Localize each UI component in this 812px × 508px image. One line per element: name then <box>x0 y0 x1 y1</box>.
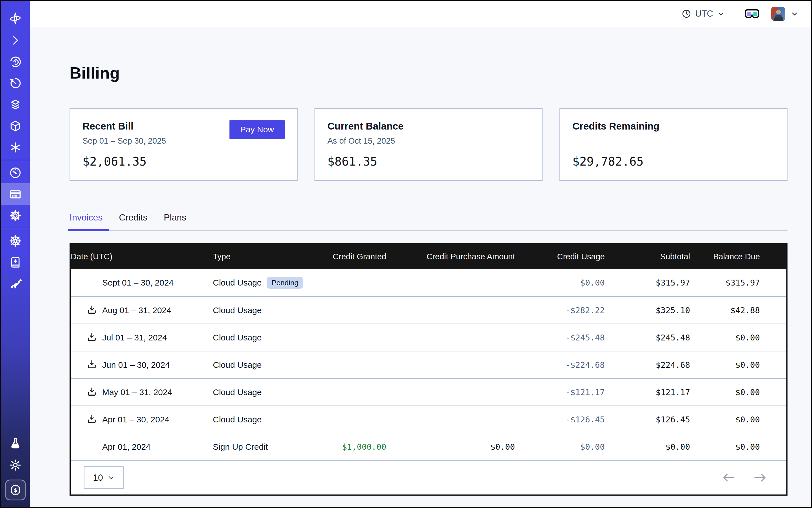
balance-due-value: $0.00 <box>690 360 760 370</box>
flask-icon[interactable] <box>1 433 30 454</box>
credit-usage-value: $0.00 <box>515 442 605 452</box>
invoice-date: Apr 01, 2024 <box>102 442 151 452</box>
card-amount: $29,782.65 <box>572 155 775 168</box>
type-cell: Cloud Usage <box>213 387 313 397</box>
chevron-down-icon[interactable] <box>790 9 799 18</box>
date-cell: Sept 01 – 30, 2024 <box>71 277 213 288</box>
sidebar-bottom-group: $ <box>1 433 30 507</box>
sidebar: $ <box>1 1 30 507</box>
gear-icon[interactable] <box>1 205 30 226</box>
spiral-eye-icon[interactable] <box>1 51 30 72</box>
subtotal-value: $245.48 <box>605 333 690 342</box>
invoice-type: Cloud Usage <box>213 415 262 424</box>
ship-wheel-icon[interactable] <box>1 230 30 251</box>
recent-bill-card: Recent Bill Sep 01 – Sep 30, 2025 $2,061… <box>70 108 298 181</box>
card-title: Current Balance <box>328 121 529 132</box>
invoice-type: Cloud Usage <box>213 360 262 370</box>
balance-due-value: $0.00 <box>690 442 760 452</box>
invoice-type: Cloud Usage <box>213 333 262 342</box>
credit-usage-value: -$224.68 <box>515 360 605 370</box>
table-row: Sept 01 – 30, 2024 Cloud Usage Pending $… <box>71 269 786 296</box>
chevron-right-icon[interactable] <box>1 30 30 51</box>
avatar[interactable] <box>771 7 785 21</box>
invoice-type: Cloud Usage <box>213 278 262 288</box>
sidebar-divider <box>1 228 30 228</box>
invoice-type: Cloud Usage <box>213 305 262 315</box>
balance-due-value: $0.00 <box>690 415 760 424</box>
chevron-down-icon <box>717 10 725 18</box>
download-invoice-icon[interactable] <box>87 305 98 316</box>
credit-usage-value: -$245.48 <box>515 333 605 342</box>
credit-granted-value: $1,000.00 <box>313 442 386 452</box>
subtotal-value: $315.97 <box>605 278 690 288</box>
subtotal-value: $224.68 <box>605 360 690 370</box>
date-cell: Jul 01 – 31, 2024 <box>71 332 213 343</box>
column-header: Type <box>213 252 313 261</box>
gauge-icon[interactable] <box>1 162 30 183</box>
subtotal-value: $325.10 <box>605 305 690 315</box>
credit-usage-value: $0.00 <box>515 278 605 288</box>
balance-due-value: $0.00 <box>690 387 760 397</box>
sun-icon[interactable] <box>1 454 30 476</box>
column-header: Date (UTC) <box>71 252 213 261</box>
3d-glasses-icon[interactable] <box>745 8 759 19</box>
rocket-icon[interactable] <box>1 273 30 294</box>
type-cell: Cloud Usage <box>213 360 313 370</box>
download-invoice-icon[interactable] <box>87 332 98 343</box>
topbar: UTC <box>30 1 811 27</box>
download-invoice-icon[interactable] <box>87 414 98 425</box>
next-page-arrow-icon[interactable] <box>754 473 767 482</box>
subtotal-value: $121.17 <box>605 387 690 397</box>
invoice-type: Sign Up Credit <box>213 442 268 452</box>
date-cell: Apr 01 – 30, 2024 <box>71 414 213 425</box>
type-cell: Cloud Usage <box>213 415 313 424</box>
type-cell: Cloud Usage <box>213 333 313 342</box>
date-cell: Aug 01 – 31, 2024 <box>71 305 213 316</box>
current-balance-card: Current Balance As of Oct 15, 2025 $861.… <box>314 108 543 181</box>
type-cell: Cloud Usage Pending <box>213 277 313 289</box>
tab-credits[interactable]: Credits <box>119 212 147 230</box>
column-header: Credit Purchase Amount <box>386 252 515 261</box>
invoice-date: May 01 – 31, 2024 <box>102 387 172 397</box>
pay-now-button[interactable]: Pay Now <box>229 120 285 139</box>
dollar-badge-icon: $ <box>9 484 22 496</box>
type-cell: Cloud Usage <box>213 305 313 315</box>
app-window: $ UTC <box>1 1 811 507</box>
table-row: Jul 01 – 31, 2024 Cloud Usage -$245.48 $… <box>71 324 786 351</box>
layers-icon[interactable] <box>1 94 30 115</box>
balance-due-value: $0.00 <box>690 333 760 342</box>
summary-cards: Recent Bill Sep 01 – Sep 30, 2025 $2,061… <box>70 108 787 181</box>
column-header: Credit Granted <box>313 252 386 261</box>
date-cell: Apr 01, 2024 <box>71 441 213 453</box>
book-sparkle-icon[interactable] <box>1 251 30 273</box>
invoices-table: Date (UTC)TypeCredit GrantedCredit Purch… <box>70 243 787 496</box>
billing-tabs: Invoices Credits Plans <box>70 212 787 230</box>
asterisk-icon[interactable] <box>1 136 30 158</box>
invoice-date: Jul 01 – 31, 2024 <box>102 333 167 342</box>
column-header: Balance Due <box>690 252 760 261</box>
table-row: May 01 – 31, 2024 Cloud Usage -$121.17 $… <box>71 378 786 406</box>
tab-invoices[interactable]: Invoices <box>70 212 102 230</box>
invoice-date: Sept 01 – 30, 2024 <box>102 278 174 288</box>
credit-card-icon[interactable] <box>1 183 30 205</box>
svg-text:$: $ <box>13 486 17 494</box>
table-row: Aug 01 – 31, 2024 Cloud Usage -$282.22 $… <box>71 296 786 324</box>
date-cell: May 01 – 31, 2024 <box>71 387 213 398</box>
credit-usage-value: -$126.45 <box>515 415 605 424</box>
column-header: Subtotal <box>605 252 690 261</box>
timezone-selector[interactable]: UTC <box>682 9 725 19</box>
logo-icon[interactable] <box>1 1 30 30</box>
card-amount: $2,061.35 <box>83 155 285 168</box>
cube-icon[interactable] <box>1 115 30 136</box>
previous-page-arrow-icon[interactable] <box>722 473 735 482</box>
timer-icon[interactable] <box>1 72 30 94</box>
download-invoice-icon[interactable] <box>87 387 98 398</box>
main-content: Billing Recent Bill Sep 01 – Sep 30, 202… <box>30 27 811 507</box>
download-invoice-icon[interactable] <box>87 359 98 371</box>
page-size-select[interactable]: 10 <box>84 466 124 489</box>
card-title: Credits Remaining <box>572 121 775 132</box>
invoice-type: Cloud Usage <box>213 387 262 397</box>
tab-plans[interactable]: Plans <box>164 212 186 230</box>
dollar-badge-button[interactable]: $ <box>5 479 26 500</box>
pagination-arrows <box>722 473 767 482</box>
